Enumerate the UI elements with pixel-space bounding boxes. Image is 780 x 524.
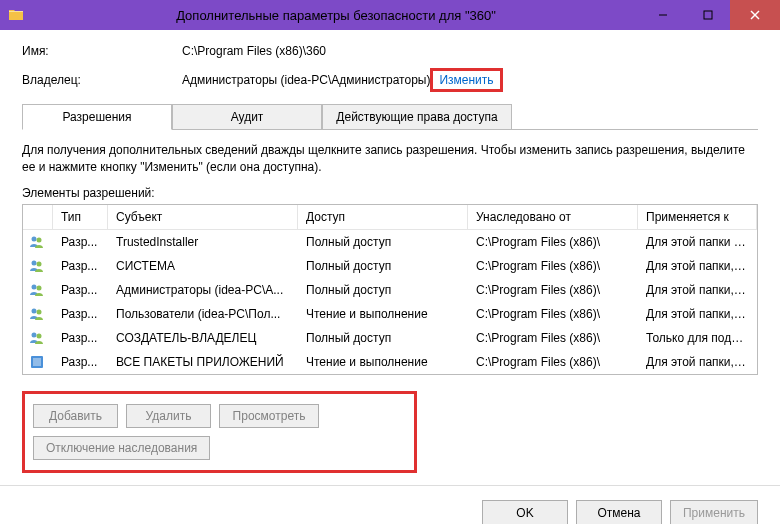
cell-access: Полный доступ: [298, 233, 468, 251]
col-applies-header[interactable]: Применяется к: [638, 205, 757, 229]
cell-applies: Для этой папки, ее подпапок ...: [638, 353, 757, 371]
svg-rect-15: [33, 358, 41, 366]
table-row[interactable]: Разр...ВСЕ ПАКЕТЫ ПРИЛОЖЕНИЙЧтение и вып…: [23, 350, 757, 374]
cell-inherited: C:\Program Files (x86)\: [468, 305, 638, 323]
row-icon: [23, 328, 53, 348]
cell-inherited: C:\Program Files (x86)\: [468, 329, 638, 347]
disable-inheritance-button[interactable]: Отключение наследования: [33, 436, 210, 460]
cell-access: Чтение и выполнение: [298, 353, 468, 371]
cell-subject: Администраторы (idea-PC\А...: [108, 281, 298, 299]
col-access-header[interactable]: Доступ: [298, 205, 468, 229]
cell-inherited: C:\Program Files (x86)\: [468, 233, 638, 251]
col-inherited-header[interactable]: Унаследовано от: [468, 205, 638, 229]
apply-button[interactable]: Применить: [670, 500, 758, 524]
cell-type: Разр...: [53, 281, 108, 299]
svg-point-12: [32, 332, 37, 337]
svg-point-6: [32, 260, 37, 265]
cell-type: Разр...: [53, 233, 108, 251]
table-row[interactable]: Разр...Пользователи (idea-PC\Пол...Чтени…: [23, 302, 757, 326]
cancel-button[interactable]: Отмена: [576, 500, 662, 524]
cell-inherited: C:\Program Files (x86)\: [468, 257, 638, 275]
cell-subject: Пользователи (idea-PC\Пол...: [108, 305, 298, 323]
svg-rect-1: [704, 11, 712, 19]
col-icon-header[interactable]: [23, 205, 53, 229]
svg-point-11: [37, 309, 42, 314]
minimize-button[interactable]: [640, 0, 685, 30]
grid-header: Тип Субъект Доступ Унаследовано от Приме…: [23, 205, 757, 230]
folder-icon: [8, 7, 24, 23]
cell-access: Полный доступ: [298, 257, 468, 275]
name-label: Имя:: [22, 44, 182, 58]
maximize-button[interactable]: [685, 0, 730, 30]
owner-label: Владелец:: [22, 73, 182, 87]
tab-effective-access[interactable]: Действующие права доступа: [322, 104, 512, 130]
cell-inherited: C:\Program Files (x86)\: [468, 281, 638, 299]
table-row[interactable]: Разр...Администраторы (idea-PC\А...Полны…: [23, 278, 757, 302]
remove-button[interactable]: Удалить: [126, 404, 211, 428]
cell-applies: Для этой папки и ее подпапок: [638, 233, 757, 251]
cell-inherited: C:\Program Files (x86)\: [468, 353, 638, 371]
close-button[interactable]: [730, 0, 780, 30]
cell-type: Разр...: [53, 329, 108, 347]
cell-subject: TrustedInstaller: [108, 233, 298, 251]
permissions-grid: Тип Субъект Доступ Унаследовано от Приме…: [22, 204, 758, 375]
cell-subject: ВСЕ ПАКЕТЫ ПРИЛОЖЕНИЙ: [108, 353, 298, 371]
name-value: C:\Program Files (x86)\360: [182, 44, 326, 58]
svg-point-4: [32, 236, 37, 241]
row-icon: [23, 280, 53, 300]
cell-type: Разр...: [53, 353, 108, 371]
view-button[interactable]: Просмотреть: [219, 404, 319, 428]
ok-button[interactable]: OK: [482, 500, 568, 524]
table-row[interactable]: Разр...TrustedInstallerПолный доступC:\P…: [23, 230, 757, 254]
col-subject-header[interactable]: Субъект: [108, 205, 298, 229]
help-text: Для получения дополнительных сведений дв…: [22, 142, 758, 176]
highlight-change-link: Изменить: [430, 68, 502, 92]
cell-access: Полный доступ: [298, 281, 468, 299]
cell-applies: Для этой папки, ее подпапок ...: [638, 305, 757, 323]
window-title: Дополнительные параметры безопасности дл…: [32, 8, 640, 23]
row-icon: [23, 256, 53, 276]
dialog-footer: OK Отмена Применить: [0, 486, 780, 524]
section-label: Элементы разрешений:: [22, 186, 758, 200]
row-icon: [23, 352, 53, 372]
titlebar: Дополнительные параметры безопасности дл…: [0, 0, 780, 30]
tab-bar: Разрешения Аудит Действующие права досту…: [22, 104, 758, 130]
svg-point-7: [37, 261, 42, 266]
row-icon: [23, 232, 53, 252]
highlight-action-buttons: Добавить Удалить Просмотреть Отключение …: [22, 391, 417, 473]
cell-subject: СИСТЕМА: [108, 257, 298, 275]
svg-point-8: [32, 284, 37, 289]
svg-point-10: [32, 308, 37, 313]
svg-point-13: [37, 333, 42, 338]
cell-applies: Только для подпапок и файл...: [638, 329, 757, 347]
table-row[interactable]: Разр...СИСТЕМАПолный доступC:\Program Fi…: [23, 254, 757, 278]
owner-value: Администраторы (idea-PC\Администраторы): [182, 73, 430, 87]
svg-point-9: [37, 285, 42, 290]
tab-permissions[interactable]: Разрешения: [22, 104, 172, 130]
add-button[interactable]: Добавить: [33, 404, 118, 428]
window-controls: [640, 0, 780, 30]
cell-applies: Для этой папки, ее подпапок ...: [638, 281, 757, 299]
table-row[interactable]: Разр...СОЗДАТЕЛЬ-ВЛАДЕЛЕЦПолный доступC:…: [23, 326, 757, 350]
change-owner-link[interactable]: Изменить: [433, 71, 499, 89]
svg-point-5: [37, 237, 42, 242]
cell-subject: СОЗДАТЕЛЬ-ВЛАДЕЛЕЦ: [108, 329, 298, 347]
col-type-header[interactable]: Тип: [53, 205, 108, 229]
cell-type: Разр...: [53, 257, 108, 275]
cell-applies: Для этой папки, ее подпапок ...: [638, 257, 757, 275]
tab-audit[interactable]: Аудит: [172, 104, 322, 130]
cell-access: Полный доступ: [298, 329, 468, 347]
cell-type: Разр...: [53, 305, 108, 323]
row-icon: [23, 304, 53, 324]
cell-access: Чтение и выполнение: [298, 305, 468, 323]
